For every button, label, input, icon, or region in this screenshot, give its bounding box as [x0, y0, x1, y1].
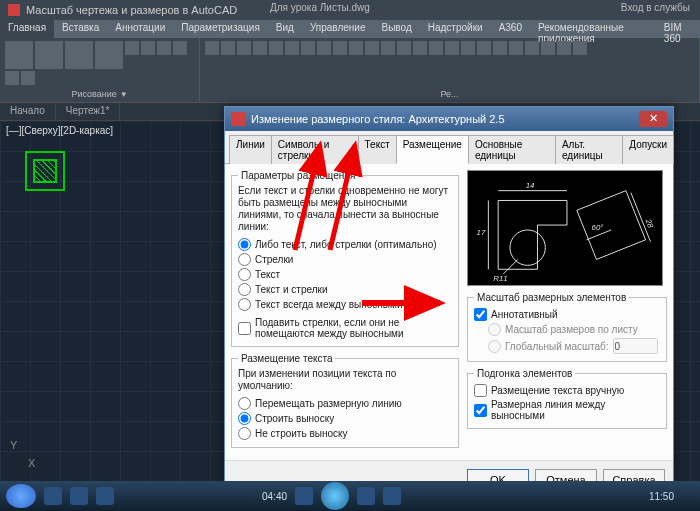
tab-lines[interactable]: Линии — [229, 135, 272, 164]
svg-text:60°: 60° — [592, 223, 604, 232]
taskbar-app-icon[interactable] — [70, 487, 88, 505]
dialog-icon — [231, 112, 245, 126]
dialog-title: Изменение размерного стиля: Архитектурны… — [251, 113, 505, 125]
opt-move-dimline[interactable] — [238, 397, 251, 410]
tool-icon[interactable] — [365, 41, 379, 55]
ribbon-tab-manage[interactable]: Управление — [302, 20, 374, 38]
tool-icon[interactable] — [429, 41, 443, 55]
media-vol-icon[interactable] — [383, 487, 401, 505]
ribbon: Рисование▼ Ре... — [0, 38, 700, 103]
tool-icon[interactable] — [333, 41, 347, 55]
ribbon-tab-home[interactable]: Главная — [0, 20, 54, 38]
media-play-icon[interactable] — [321, 482, 349, 510]
svg-text:R11: R11 — [493, 274, 507, 283]
ribbon-tab-addins[interactable]: Надстройки — [420, 20, 491, 38]
opt-text[interactable] — [238, 268, 251, 281]
tool-icon[interactable] — [525, 41, 539, 55]
chk-suppress-arrows[interactable] — [238, 322, 251, 335]
panel-edit-label[interactable]: Ре... — [440, 89, 458, 99]
start-button-icon[interactable] — [6, 484, 36, 508]
tool-icon[interactable] — [141, 41, 155, 55]
ribbon-tab-reco[interactable]: Рекомендованные приложения — [530, 20, 656, 38]
tool-icon[interactable] — [269, 41, 283, 55]
tool-icon[interactable] — [381, 41, 395, 55]
circle-tool-icon[interactable] — [65, 41, 93, 69]
tool-icon[interactable] — [317, 41, 331, 55]
opt-arrows[interactable] — [238, 253, 251, 266]
tool-icon[interactable] — [157, 41, 171, 55]
close-button[interactable]: ✕ — [639, 111, 667, 127]
tool-icon[interactable] — [205, 41, 219, 55]
opt-no-leader[interactable] — [238, 427, 251, 440]
text-placement-group: Размещение текста При изменении позиции … — [231, 353, 459, 448]
doc-tab-drawing1[interactable]: Чертеж1* — [56, 103, 121, 120]
taskbar-app-icon[interactable] — [44, 487, 62, 505]
doc-hint: Для урока Листы.dwg — [270, 2, 370, 13]
tool-icon[interactable] — [509, 41, 523, 55]
tool-icon[interactable] — [21, 71, 35, 85]
tool-icon[interactable] — [237, 41, 251, 55]
media-prev-icon[interactable] — [295, 487, 313, 505]
tool-icon[interactable] — [477, 41, 491, 55]
tab-tol[interactable]: Допуски — [622, 135, 674, 164]
drawing-object[interactable] — [25, 151, 65, 191]
panel-draw-label[interactable]: Рисование — [71, 89, 116, 99]
tool-icon[interactable] — [253, 41, 267, 55]
system-clock[interactable]: 11:50 — [649, 491, 674, 502]
chk-dimline-between[interactable] — [474, 404, 487, 417]
opt-both[interactable] — [238, 283, 251, 296]
tool-icon[interactable] — [493, 41, 507, 55]
tool-icon[interactable] — [445, 41, 459, 55]
tool-icon[interactable] — [541, 41, 555, 55]
tool-icon[interactable] — [557, 41, 571, 55]
app-icon — [8, 4, 20, 16]
tab-alt[interactable]: Альт. единицы — [555, 135, 623, 164]
doc-tab-start[interactable]: Начало — [0, 103, 56, 120]
tool-icon[interactable] — [397, 41, 411, 55]
dialog-titlebar[interactable]: Изменение размерного стиля: Архитектурны… — [225, 107, 673, 131]
login-hint[interactable]: Вход в службы — [621, 2, 690, 13]
tool-icon[interactable] — [221, 41, 235, 55]
chk-annotative[interactable] — [474, 308, 487, 321]
svg-line-3 — [631, 193, 651, 242]
tab-primary[interactable]: Основные единицы — [468, 135, 556, 164]
line-tool-icon[interactable] — [5, 41, 33, 69]
tool-icon[interactable] — [173, 41, 187, 55]
ribbon-tab-view[interactable]: Вид — [268, 20, 302, 38]
tab-fit[interactable]: Размещение — [396, 135, 469, 164]
chk-manual-text[interactable] — [474, 384, 487, 397]
tool-icon[interactable] — [349, 41, 363, 55]
fit-desc: Если текст и стрелки одновременно не мог… — [238, 185, 452, 233]
ribbon-tab-insert[interactable]: Вставка — [54, 20, 107, 38]
fine-tuning-legend: Подгонка элементов — [474, 368, 575, 379]
tool-icon[interactable] — [413, 41, 427, 55]
tool-icon[interactable] — [5, 71, 19, 85]
tab-text[interactable]: Текст — [358, 135, 397, 164]
opt-best-fit[interactable] — [238, 238, 251, 251]
arc-tool-icon[interactable] — [95, 41, 123, 69]
top-right-area: Вход в службы — [621, 2, 690, 13]
ribbon-tab-annotate[interactable]: Аннотации — [107, 20, 173, 38]
tool-icon[interactable] — [301, 41, 315, 55]
ribbon-tab-bim[interactable]: BIM 360 — [656, 20, 700, 38]
polyline-tool-icon[interactable] — [35, 41, 63, 69]
ribbon-tab-a360[interactable]: A360 — [491, 20, 530, 38]
tool-icon[interactable] — [461, 41, 475, 55]
tool-icon[interactable] — [285, 41, 299, 55]
svg-text:14: 14 — [526, 181, 535, 190]
chevron-down-icon[interactable]: ▼ — [120, 90, 128, 99]
ribbon-tab-output[interactable]: Вывод — [374, 20, 420, 38]
text-placement-legend: Размещение текста — [238, 353, 335, 364]
ribbon-tab-param[interactable]: Параметризация — [173, 20, 268, 38]
os-taskbar[interactable]: 04:40 11:50 — [0, 481, 700, 511]
opt-build-leader[interactable] — [238, 412, 251, 425]
taskbar-app-icon[interactable] — [96, 487, 114, 505]
opt-layout-scale — [488, 323, 501, 336]
tool-icon[interactable] — [573, 41, 587, 55]
textpl-desc: При изменении позиции текста по умолчани… — [238, 368, 452, 392]
view-label[interactable]: [—][Сверху][2D-каркас] — [6, 125, 113, 136]
tool-icon[interactable] — [125, 41, 139, 55]
media-next-icon[interactable] — [357, 487, 375, 505]
opt-always-inside[interactable] — [238, 298, 251, 311]
tab-symbols[interactable]: Символы и стрелки — [271, 135, 359, 164]
